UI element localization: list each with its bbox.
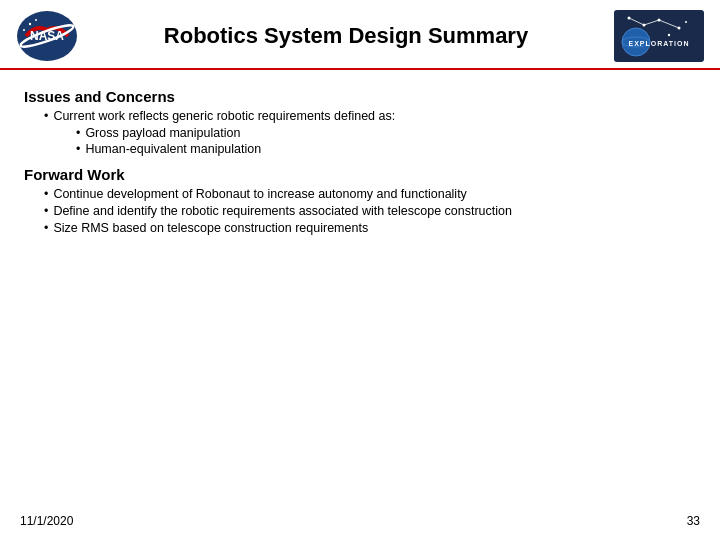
sub-bullet-1: • Gross payload manipulation <box>76 126 696 140</box>
svg-point-12 <box>658 19 661 22</box>
forward-work-heading: Forward Work <box>24 166 696 183</box>
sub-bullet-dot-1: • <box>76 126 80 140</box>
content: Issues and Concerns • Current work refle… <box>0 70 720 251</box>
svg-point-10 <box>628 17 631 20</box>
sub-bullets: • Gross payload manipulation • Human-equ… <box>76 126 696 156</box>
issues-heading: Issues and Concerns <box>24 88 696 105</box>
svg-point-15 <box>685 21 687 23</box>
svg-text:EXPLORATION: EXPLORATION <box>628 40 689 47</box>
svg-point-13 <box>678 27 681 30</box>
issues-bullet-1: • Current work reflects generic robotic … <box>44 109 696 123</box>
issues-bullets: • Current work reflects generic robotic … <box>44 109 696 156</box>
sub-bullet-1-text: Gross payload manipulation <box>85 126 240 140</box>
svg-point-5 <box>23 29 25 31</box>
sub-bullet-2: • Human-equivalent manipulation <box>76 142 696 156</box>
header: NASA Robotics System Design Summary <box>0 0 720 70</box>
forward-bullet-3: • Size RMS based on telescope constructi… <box>44 221 696 235</box>
forward-bullet-1: • Continue development of Robonaut to in… <box>44 187 696 201</box>
svg-point-11 <box>643 24 646 27</box>
svg-point-4 <box>35 19 37 21</box>
forward-bullet-2-text: Define and identify the robotic requirem… <box>53 204 512 218</box>
forward-bullet-3-text: Size RMS based on telescope construction… <box>53 221 368 235</box>
page-title: Robotics System Design Summary <box>78 23 614 49</box>
issues-bullet-1-text: Current work reflects generic robotic re… <box>53 109 395 123</box>
svg-point-14 <box>668 34 670 36</box>
svg-point-3 <box>29 23 31 25</box>
sub-bullet-2-text: Human-equivalent manipulation <box>85 142 261 156</box>
slide: NASA Robotics System Design Summary <box>0 0 720 540</box>
forward-bullet-dot-3: • <box>44 221 48 235</box>
forward-bullets: • Continue development of Robonaut to in… <box>44 187 696 235</box>
forward-bullet-dot-2: • <box>44 204 48 218</box>
nasa-logo: NASA <box>16 10 78 62</box>
exploration-logo: EXPLORATION <box>614 10 704 62</box>
forward-bullet-2: • Define and identify the robotic requir… <box>44 204 696 218</box>
footer-page: 33 <box>687 514 700 528</box>
footer: 11/1/2020 33 <box>20 514 700 528</box>
forward-bullet-1-text: Continue development of Robonaut to incr… <box>53 187 466 201</box>
footer-date: 11/1/2020 <box>20 514 73 528</box>
forward-bullet-dot-1: • <box>44 187 48 201</box>
bullet-dot-1: • <box>44 109 48 123</box>
sub-bullet-dot-2: • <box>76 142 80 156</box>
